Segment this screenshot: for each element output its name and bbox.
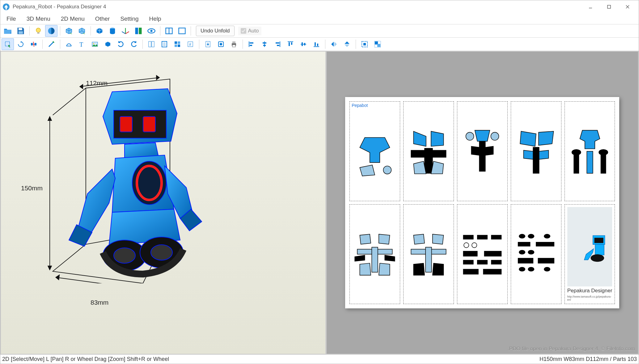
svg-point-91 [491, 132, 499, 140]
app-window: Pepakura_Robot - Pepakura Designer 4 Fil… [0, 0, 639, 364]
menu-setting[interactable]: Setting [116, 14, 143, 23]
window-controls [581, 0, 637, 13]
sheet-cell-final: Pepakura Designer http://www.tamasoft.co… [565, 204, 615, 304]
join-disconnect-icon[interactable] [28, 38, 40, 50]
print-preview-icon[interactable] [215, 38, 227, 50]
svg-point-118 [528, 250, 534, 254]
auto-checkbox-wrap[interactable]: Auto [238, 27, 261, 35]
cube-back-icon[interactable] [76, 25, 88, 37]
svg-text:T: T [79, 41, 83, 48]
svg-rect-115 [518, 242, 530, 246]
watermark-text: .PDO file open in Pepakura Designer 4. ©… [508, 346, 635, 352]
sheet-cell [403, 204, 454, 304]
svg-line-25 [33, 42, 34, 47]
align-bottom-icon[interactable] [310, 38, 323, 50]
box-tool-icon[interactable] [102, 38, 114, 50]
image-tool-icon[interactable] [89, 38, 101, 50]
svg-rect-33 [175, 41, 177, 44]
select-move-tool-icon[interactable] [2, 38, 14, 50]
align-top-icon[interactable] [284, 38, 297, 50]
single-pane-icon[interactable] [176, 25, 188, 37]
open-file-icon[interactable] [2, 25, 14, 37]
svg-point-84 [114, 248, 135, 263]
sheet-cell [511, 204, 561, 304]
undo-icon[interactable] [115, 38, 127, 50]
svg-rect-36 [178, 44, 180, 47]
sheet-cell [349, 204, 400, 304]
align-middle-v-icon[interactable] [297, 38, 310, 50]
split-vertical-icon[interactable] [163, 25, 175, 37]
axes-icon[interactable] [119, 25, 132, 37]
cube-solid-icon[interactable] [93, 25, 106, 37]
viewport-3d[interactable]: 112mm 150mm 83mm [0, 51, 326, 354]
papercraft-part-icon [511, 102, 561, 201]
export-icon[interactable] [202, 38, 214, 50]
svg-point-123 [544, 267, 550, 271]
cube-front-icon[interactable] [63, 25, 75, 37]
svg-marker-70 [156, 75, 159, 80]
minimize-button[interactable] [581, 0, 600, 13]
grid-color-icon[interactable] [132, 25, 145, 37]
papercraft-part-icon [457, 102, 507, 201]
sheet-cell: Pepabot [349, 101, 400, 201]
maximize-button[interactable] [600, 0, 618, 13]
svg-rect-49 [263, 42, 266, 44]
close-button[interactable] [618, 0, 637, 13]
menu-3d[interactable]: 3D Menu [22, 14, 55, 23]
svg-rect-56 [291, 42, 292, 45]
product-url: http://www.tamasoft.co.jp/pepakura-en/ [567, 295, 612, 301]
svg-rect-61 [315, 42, 316, 46]
flip-horizontal-icon[interactable] [328, 38, 340, 50]
cylinder-icon[interactable] [106, 25, 119, 37]
svg-rect-78 [120, 116, 132, 132]
select-all-icon[interactable] [358, 38, 371, 50]
content-area: 112mm 150mm 83mm [0, 51, 639, 354]
papercraft-part-icon [565, 102, 615, 201]
redo-icon[interactable] [128, 38, 140, 50]
viewport-2d[interactable]: Pepabot [326, 51, 639, 354]
group-icon[interactable] [371, 38, 384, 50]
svg-rect-109 [491, 260, 501, 264]
menubar: File 3D Menu 2D Menu Other Setting Help [0, 13, 639, 24]
svg-rect-43 [232, 41, 235, 43]
number-icon[interactable]: # [184, 38, 197, 50]
svg-rect-50 [263, 45, 266, 46]
auto-checkbox[interactable] [241, 28, 246, 34]
menu-2d[interactable]: 2D Menu [57, 14, 89, 23]
align-center-h-icon[interactable] [258, 38, 271, 50]
rotate-tool-icon[interactable] [15, 38, 27, 50]
visibility-icon[interactable] [145, 25, 158, 37]
svg-rect-8 [37, 32, 40, 34]
svg-rect-47 [250, 45, 252, 46]
edge-edit-icon[interactable] [45, 38, 57, 50]
menu-file[interactable]: File [2, 14, 20, 23]
save-file-icon[interactable] [15, 25, 27, 37]
svg-point-114 [544, 234, 550, 238]
svg-rect-44 [232, 45, 235, 47]
undo-unfold-button[interactable]: Undo Unfold [196, 26, 235, 36]
papercraft-part-icon [350, 205, 400, 304]
page-layout-icon[interactable] [145, 38, 158, 50]
papercraft-part-icon [457, 205, 507, 304]
robot-model [50, 79, 217, 283]
fit-page-icon[interactable] [158, 38, 171, 50]
print-icon[interactable] [228, 38, 240, 50]
papercraft-part-icon [404, 102, 454, 201]
flip-vertical-icon[interactable] [341, 38, 353, 50]
svg-rect-35 [175, 44, 177, 47]
robot-preview-icon [567, 207, 612, 286]
svg-rect-116 [536, 242, 554, 246]
shading-toggle-icon[interactable] [45, 25, 57, 37]
sheet-cell [457, 101, 508, 201]
align-right-icon[interactable] [271, 38, 284, 50]
menu-help[interactable]: Help [145, 14, 166, 23]
arrange-icon[interactable] [171, 38, 184, 50]
flap-icon[interactable] [63, 38, 75, 50]
light-bulb-icon[interactable] [32, 25, 44, 37]
svg-rect-89 [479, 141, 485, 171]
align-left-icon[interactable] [245, 38, 258, 50]
menu-other[interactable]: Other [91, 14, 114, 23]
text-tool-icon[interactable]: T [76, 38, 88, 50]
product-name: Pepakura Designer [567, 288, 612, 294]
svg-point-112 [519, 234, 525, 238]
